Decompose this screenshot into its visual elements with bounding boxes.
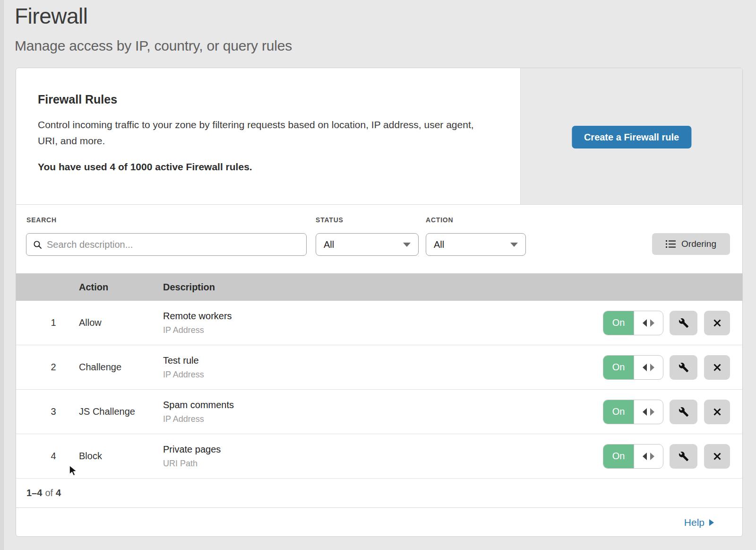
page-subtitle: Manage access by IP, country, or query r… xyxy=(15,38,292,54)
help-arrow-icon xyxy=(709,519,714,526)
left-arrow-icon xyxy=(643,319,647,327)
status-label: STATUS xyxy=(316,216,344,224)
rule-action: Challenge xyxy=(79,362,163,373)
search-box xyxy=(26,233,307,256)
x-icon xyxy=(713,408,722,416)
firewall-rules-card: Firewall Rules Control incoming traffic … xyxy=(16,68,743,537)
section-title: Firewall Rules xyxy=(38,93,492,106)
rule-controls: On xyxy=(603,400,730,424)
page-title: Firewall xyxy=(15,4,292,28)
x-icon xyxy=(713,319,722,327)
help-row: Help xyxy=(16,508,742,537)
wrench-icon xyxy=(679,362,689,373)
x-icon xyxy=(713,363,722,372)
intro-section: Firewall Rules Control incoming traffic … xyxy=(16,68,742,205)
rule-priority: 2 xyxy=(16,362,79,373)
rule-toggle: On xyxy=(603,400,663,424)
rule-priority: 3 xyxy=(16,406,79,417)
right-arrow-icon xyxy=(650,408,654,416)
delete-rule-button[interactable] xyxy=(704,400,730,424)
status-select-value: All xyxy=(324,239,334,250)
rule-action: JS Challenge xyxy=(79,406,163,417)
left-arrow-icon xyxy=(643,364,647,371)
table-row: 3 JS Challenge Spam comments IP Address … xyxy=(16,390,742,434)
chevron-down-icon xyxy=(510,243,518,247)
search-label: SEARCH xyxy=(26,216,57,224)
column-header-action: Action xyxy=(79,282,163,293)
search-icon xyxy=(33,240,42,249)
right-arrow-icon xyxy=(650,319,654,327)
toggle-on-button[interactable]: On xyxy=(603,400,634,424)
wrench-icon xyxy=(679,451,689,462)
help-link-label: Help xyxy=(684,517,704,528)
help-link[interactable]: Help xyxy=(684,517,714,528)
list-icon xyxy=(666,240,676,248)
edit-rule-button[interactable] xyxy=(670,355,697,380)
x-icon xyxy=(713,452,722,461)
usage-summary: You have used 4 of 1000 active Firewall … xyxy=(38,161,492,173)
edit-rule-button[interactable] xyxy=(670,400,697,424)
action-select[interactable]: All xyxy=(426,233,526,256)
delete-rule-button[interactable] xyxy=(704,444,730,469)
pagination-of: of xyxy=(45,488,53,498)
toggle-on-button[interactable]: On xyxy=(603,445,634,468)
column-header-description: Description xyxy=(163,282,742,293)
table-row: 1 Allow Remote workers IP Address On xyxy=(16,301,742,345)
table-row: 2 Challenge Test rule IP Address On xyxy=(16,345,742,390)
ordering-button[interactable]: Ordering xyxy=(652,233,730,255)
pagination-summary: 1–4 of 4 xyxy=(16,479,742,508)
page-header: Firewall Manage access by IP, country, o… xyxy=(15,4,292,54)
wrench-icon xyxy=(679,318,689,328)
filters-bar: SEARCH STATUS All ACTION All Ordering xyxy=(16,205,742,273)
delete-rule-button[interactable] xyxy=(704,311,730,335)
rule-toggle: On xyxy=(603,355,663,380)
rule-action: Allow xyxy=(79,317,163,328)
pagination-total: 4 xyxy=(56,488,61,498)
edit-rule-button[interactable] xyxy=(670,311,697,335)
toggle-reorder-handle[interactable] xyxy=(634,400,663,424)
create-firewall-rule-button[interactable]: Create a Firewall rule xyxy=(572,126,691,148)
rule-controls: On xyxy=(603,311,730,335)
rule-action: Block xyxy=(79,451,163,462)
edit-rule-button[interactable] xyxy=(670,444,697,469)
status-select[interactable]: All xyxy=(316,233,419,256)
wrench-icon xyxy=(679,407,689,417)
action-label: ACTION xyxy=(426,216,453,224)
toggle-on-button[interactable]: On xyxy=(603,311,634,335)
ordering-button-label: Ordering xyxy=(681,239,716,249)
section-description: Control incoming traffic to your zone by… xyxy=(38,117,484,149)
toggle-reorder-handle[interactable] xyxy=(634,311,663,335)
rule-toggle: On xyxy=(603,444,663,469)
toggle-on-button[interactable]: On xyxy=(603,356,634,379)
delete-rule-button[interactable] xyxy=(704,355,730,380)
mouse-cursor xyxy=(68,464,80,480)
left-arrow-icon xyxy=(643,408,647,416)
toggle-reorder-handle[interactable] xyxy=(634,445,663,468)
right-arrow-icon xyxy=(650,453,654,460)
rule-priority: 1 xyxy=(16,317,79,328)
rule-controls: On xyxy=(603,355,730,380)
search-input[interactable] xyxy=(47,239,300,250)
intro-text: Firewall Rules Control incoming traffic … xyxy=(16,68,520,204)
table-row: 4 Block Private pages URI Path On xyxy=(16,434,742,479)
rule-priority: 4 xyxy=(16,451,79,462)
chevron-down-icon xyxy=(403,243,411,247)
intro-action-panel: Create a Firewall rule xyxy=(520,68,742,204)
right-arrow-icon xyxy=(650,364,654,371)
rule-toggle: On xyxy=(603,311,663,335)
table-header-row: Action Description xyxy=(16,273,742,301)
action-select-value: All xyxy=(434,239,444,250)
pagination-range: 1–4 xyxy=(26,488,42,498)
window-edge xyxy=(0,0,5,550)
toggle-reorder-handle[interactable] xyxy=(634,356,663,379)
left-arrow-icon xyxy=(643,453,647,460)
rule-controls: On xyxy=(603,444,730,469)
